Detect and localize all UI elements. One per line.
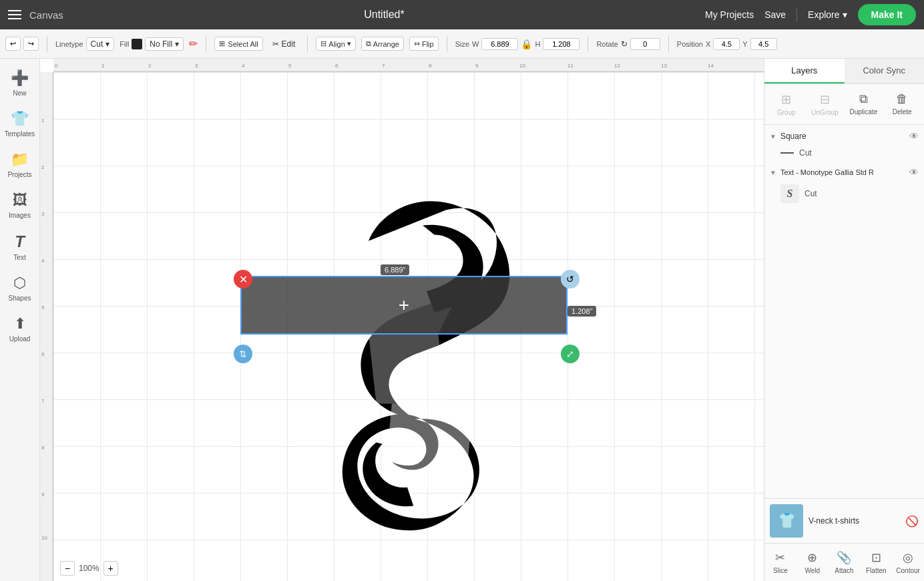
selection-box[interactable]: + (240, 276, 567, 335)
layer-item-label: Cut (804, 189, 817, 198)
flip-handle[interactable]: ⇅ (234, 345, 252, 363)
hide-canvas-icon[interactable]: 🚫 (905, 515, 919, 528)
fill-select[interactable]: No Fill ▾ (145, 37, 184, 51)
save-button[interactable]: Save (764, 9, 786, 20)
svg-text:7: 7 (382, 63, 385, 69)
rotate-input[interactable] (630, 38, 660, 50)
contour-button[interactable]: ◎ Contour (892, 546, 924, 578)
arrange-button[interactable]: ⧉ Arrange (361, 37, 404, 51)
slice-button[interactable]: ✂ Slice (764, 546, 796, 578)
design-element[interactable] (240, 152, 541, 566)
layer-item-text-cut[interactable]: S Cut (764, 181, 924, 206)
sidebar-item-projects[interactable]: 📁 Projects (3, 146, 37, 184)
x-label: X (706, 40, 710, 48)
fill-color-swatch[interactable] (132, 39, 142, 49)
size-label: Size (455, 40, 469, 48)
flatten-button[interactable]: ⊡ Flatten (860, 546, 892, 578)
rotate-handle[interactable]: ↺ (561, 270, 580, 288)
ungroup-button[interactable]: ⊟ UnGroup (807, 88, 843, 120)
linetype-group: Linetype Cut ▾ (55, 37, 114, 51)
h-label: H (535, 40, 540, 48)
layer-item-cut[interactable]: Cut (764, 145, 924, 161)
select-all-button[interactable]: ⊞ Select All (214, 37, 262, 51)
sidebar-item-templates[interactable]: 👕 Templates (3, 105, 37, 143)
redo-button[interactable]: ↪ (23, 37, 39, 51)
slice-label: Slice (773, 567, 788, 574)
height-input[interactable] (543, 38, 580, 50)
zoom-out-button[interactable]: − (60, 561, 75, 576)
svg-text:9: 9 (41, 492, 45, 498)
undo-button[interactable]: ↩ (5, 37, 21, 51)
rotate-group: Rotate ↻ (596, 38, 660, 50)
scale-handle[interactable]: ⤢ (561, 345, 580, 363)
position-group: Position X Y (677, 38, 777, 50)
panel-actions: ⊞ Group ⊟ UnGroup ⧉ Duplicate 🗑 Delete (764, 84, 924, 125)
sidebar-item-images[interactable]: 🖼 Images (3, 186, 37, 224)
separator (206, 36, 206, 52)
undo-redo-group: ↩ ↪ (5, 37, 39, 51)
arrange-icon: ⧉ (366, 39, 371, 48)
ruler-left: 1 2 3 4 5 6 7 8 9 10 (40, 72, 53, 581)
new-icon: ➕ (11, 69, 29, 87)
weld-button[interactable]: ⊕ Weld (796, 546, 829, 578)
hamburger-menu[interactable] (8, 10, 21, 19)
canvas-area[interactable]: 0 1 2 3 4 5 6 7 8 9 10 11 12 13 14 (40, 59, 764, 581)
visibility-toggle-square[interactable]: 👁 (909, 131, 919, 142)
app-label: Canvas (29, 9, 63, 21)
delete-button[interactable]: 🗑 Delete (884, 88, 920, 120)
ruler-top: 0 1 2 3 4 5 6 7 8 9 10 11 12 13 14 (53, 59, 764, 72)
group-button[interactable]: ⊞ Group (768, 88, 804, 120)
edit-button[interactable]: ✂ Edit (268, 37, 300, 51)
move-icon: + (399, 295, 409, 316)
layer-group-square: ▼ Square 👁 Cut (764, 128, 924, 161)
duplicate-icon: ⧉ (859, 92, 868, 106)
x-icon: ✕ (239, 273, 248, 286)
flip-label: Flip (422, 40, 434, 48)
make-it-button[interactable]: Make It (858, 4, 916, 25)
zoom-in-button[interactable]: + (103, 561, 118, 576)
linetype-select[interactable]: Cut ▾ (86, 37, 115, 51)
slice-icon: ✂ (775, 550, 785, 565)
delete-handle[interactable]: ✕ (234, 270, 252, 288)
sidebar-item-upload[interactable]: ⬆ Upload (3, 310, 37, 348)
toolbar: ↩ ↪ Linetype Cut ▾ Fill No Fill ▾ ✏ ⊞ Se… (0, 29, 924, 59)
layer-group-header-square[interactable]: ▼ Square 👁 (764, 128, 924, 145)
top-bar: Canvas Untitled* My Projects Save Explor… (0, 0, 924, 29)
sidebar-item-new[interactable]: ➕ New (3, 64, 37, 102)
chevron-down-icon: ▾ (105, 39, 109, 49)
align-button[interactable]: ⊟ Align ▾ (316, 37, 355, 51)
x-input[interactable] (713, 38, 740, 50)
sidebar-item-shapes[interactable]: ⬡ Shapes (3, 269, 37, 307)
flip-button[interactable]: ⇔ Flip (409, 37, 439, 51)
svg-text:11: 11 (567, 63, 573, 69)
scale-icon: ⤢ (566, 349, 574, 359)
tab-color-sync[interactable]: Color Sync (845, 59, 925, 83)
rotate-icon: ↺ (566, 274, 574, 284)
duplicate-button[interactable]: ⧉ Duplicate (846, 88, 882, 120)
svg-text:3: 3 (41, 211, 45, 217)
sidebar-item-text[interactable]: T Text (3, 227, 37, 266)
align-icon: ⊟ (320, 39, 326, 48)
position-label: Position (677, 40, 703, 48)
visibility-toggle-text[interactable]: 👁 (909, 167, 919, 178)
y-input[interactable] (750, 38, 777, 50)
edit-icon: ✂ (272, 39, 279, 49)
attach-button[interactable]: 📎 Attach (829, 546, 861, 578)
images-icon: 🖼 (13, 192, 27, 209)
edit-color-icon[interactable]: ✏ (189, 37, 198, 50)
my-projects-button[interactable]: My Projects (705, 9, 754, 20)
tab-layers[interactable]: Layers (764, 59, 845, 83)
fill-value: No Fill (150, 39, 172, 49)
weld-icon: ⊕ (807, 550, 817, 565)
lock-aspect-icon[interactable]: 🔒 (521, 39, 532, 49)
chevron-icon: ▼ (770, 133, 776, 140)
text-thumbnail: S (780, 184, 799, 203)
layer-group-header-text[interactable]: ▼ Text - Monotype Gallia Std Re... 👁 (764, 164, 924, 181)
layers-content: ▼ Square 👁 Cut ▼ Text - Monotype Gallia … (764, 125, 924, 498)
left-sidebar: ➕ New 👕 Templates 📁 Projects 🖼 Images T … (0, 59, 40, 581)
layer-group-label: Square (780, 132, 806, 141)
explore-button[interactable]: Explore ▾ (808, 9, 847, 20)
svg-text:5: 5 (41, 305, 45, 311)
svg-text:6: 6 (335, 63, 338, 69)
width-input[interactable] (481, 38, 518, 50)
